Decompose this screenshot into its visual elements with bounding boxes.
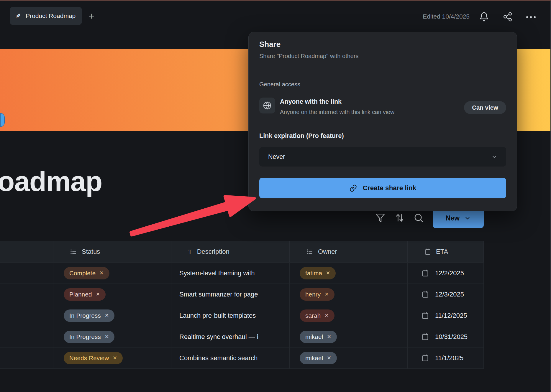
description-cell[interactable]: Realtime sync overhaul — i: [171, 326, 290, 347]
remove-tag-icon[interactable]: ✕: [105, 312, 109, 319]
status-tag[interactable]: In Progress✕: [64, 331, 114, 343]
notifications-bell-icon[interactable]: [479, 12, 489, 22]
remove-tag-icon[interactable]: ✕: [96, 291, 100, 297]
column-label: Description: [197, 248, 229, 256]
row-handle-cell[interactable]: [0, 347, 53, 368]
row-handle-column-header: [0, 241, 53, 262]
sort-icon[interactable]: [395, 213, 405, 223]
filter-icon[interactable]: [375, 213, 385, 223]
share-icon[interactable]: [503, 12, 513, 22]
chevron-down-icon: [464, 215, 471, 221]
table-header-row: Status T Description Owner ETA: [0, 241, 484, 262]
description-cell[interactable]: Combines semantic search: [171, 347, 290, 368]
document-tab[interactable]: Product Roadmap: [10, 7, 82, 25]
status-cell[interactable]: Planned✕: [53, 284, 171, 305]
rocket-icon: [14, 12, 22, 19]
table-bottom-border: [0, 368, 484, 369]
new-button-label: New: [446, 214, 460, 222]
status-cell[interactable]: Complete✕: [53, 263, 171, 284]
owner-cell[interactable]: fatima✕: [290, 263, 408, 284]
column-header-eta[interactable]: ETA: [408, 241, 484, 262]
eta-value: 11/1/2025: [435, 354, 463, 362]
status-tag[interactable]: Planned✕: [64, 288, 106, 301]
status-cell[interactable]: In Progress✕: [53, 326, 171, 347]
row-handle-cell[interactable]: [0, 263, 53, 284]
row-handle-cell[interactable]: [0, 305, 53, 326]
table-row[interactable]: Planned✕Smart summarizer for pagehenry✕1…: [0, 284, 484, 305]
description-cell[interactable]: Launch pre-built templates: [171, 305, 290, 326]
column-header-description[interactable]: T Description: [171, 241, 290, 262]
remove-tag-icon[interactable]: ✕: [99, 270, 104, 276]
owner-tag-label: henry: [305, 291, 321, 298]
eta-cell[interactable]: 10/31/2025: [408, 326, 484, 347]
eta-cell[interactable]: 11/12/2025: [408, 305, 484, 326]
column-label: Owner: [318, 248, 337, 256]
eta-value: 10/31/2025: [435, 333, 468, 341]
owner-cell[interactable]: henry✕: [290, 284, 408, 305]
table-row[interactable]: In Progress✕Realtime sync overhaul — imi…: [0, 326, 484, 347]
add-tab-button[interactable]: +: [85, 9, 98, 23]
owner-cell[interactable]: mikael✕: [290, 347, 408, 368]
remove-tag-icon[interactable]: ✕: [105, 334, 109, 340]
row-handle-cell[interactable]: [0, 326, 53, 347]
status-tag-label: In Progress: [69, 312, 101, 319]
create-share-link-button[interactable]: Create share link: [259, 178, 506, 198]
owner-tag[interactable]: fatima✕: [300, 267, 336, 279]
access-scope-description: Anyone on the internet with this link ca…: [280, 109, 394, 116]
app-window: Product Roadmap + Edited 10/4/2025 oadma…: [0, 0, 551, 392]
text-icon: T: [188, 248, 192, 255]
status-tag[interactable]: Complete✕: [64, 267, 109, 279]
description-text: Launch pre-built templates: [179, 312, 256, 319]
remove-tag-icon[interactable]: ✕: [324, 312, 329, 319]
calendar-icon: [421, 333, 429, 341]
eta-value: 11/12/2025: [435, 312, 467, 319]
link-icon: [349, 184, 357, 192]
eta-cell[interactable]: 12/2/2025: [408, 263, 484, 284]
tab-label: Product Roadmap: [26, 12, 76, 19]
calendar-icon: [421, 354, 429, 362]
list-icon: [70, 248, 77, 255]
remove-tag-icon[interactable]: ✕: [327, 355, 331, 361]
general-access-label: General access: [259, 81, 300, 88]
table-row[interactable]: Complete✕System-level theming withfatima…: [0, 262, 484, 284]
remove-tag-icon[interactable]: ✕: [324, 291, 329, 297]
column-header-status[interactable]: Status: [53, 241, 171, 262]
status-tag-label: Needs Review: [69, 355, 109, 362]
permission-dropdown[interactable]: Can view: [464, 101, 506, 114]
create-share-link-label: Create share link: [363, 184, 416, 192]
row-handle-cell[interactable]: [0, 284, 53, 305]
eta-cell[interactable]: 12/3/2025: [408, 284, 484, 305]
window-top-edge: [0, 0, 551, 1]
status-tag[interactable]: Needs Review✕: [64, 352, 123, 364]
remove-tag-icon[interactable]: ✕: [327, 334, 331, 340]
column-header-owner[interactable]: Owner: [290, 241, 408, 262]
cover-illustration-fragment: [0, 113, 5, 127]
share-dialog: Share Share "Product Roadmap" with other…: [248, 32, 517, 211]
status-cell[interactable]: In Progress✕: [53, 305, 171, 326]
table-body: Complete✕System-level theming withfatima…: [0, 262, 484, 368]
owner-tag[interactable]: henry✕: [300, 288, 334, 301]
owner-cell[interactable]: sarah✕: [290, 305, 408, 326]
owner-tag[interactable]: sarah✕: [300, 309, 334, 322]
calendar-icon: [424, 248, 431, 255]
owner-tag[interactable]: mikael✕: [300, 331, 337, 343]
table-row[interactable]: Needs Review✕Combines semantic searchmik…: [0, 347, 484, 368]
description-cell[interactable]: Smart summarizer for page: [171, 284, 290, 305]
access-scope-title: Anyone with the link: [280, 98, 342, 106]
status-tag-label: Planned: [69, 291, 92, 298]
owner-tag[interactable]: mikael✕: [300, 352, 337, 364]
eta-cell[interactable]: 11/1/2025: [408, 347, 484, 368]
description-cell[interactable]: System-level theming with: [171, 263, 290, 284]
more-options-icon[interactable]: [526, 15, 536, 19]
table-row[interactable]: In Progress✕Launch pre-built templatessa…: [0, 305, 484, 326]
status-tag[interactable]: In Progress✕: [64, 309, 114, 322]
calendar-icon: [421, 290, 429, 298]
status-cell[interactable]: Needs Review✕: [53, 347, 171, 368]
status-tag-label: In Progress: [69, 333, 101, 340]
remove-tag-icon[interactable]: ✕: [326, 270, 330, 276]
owner-cell[interactable]: mikael✕: [290, 326, 408, 347]
search-icon[interactable]: [414, 213, 424, 223]
remove-tag-icon[interactable]: ✕: [113, 355, 117, 361]
link-expiration-label: Link expiration (Pro feature): [259, 132, 344, 140]
expiration-select[interactable]: Never: [259, 147, 506, 167]
